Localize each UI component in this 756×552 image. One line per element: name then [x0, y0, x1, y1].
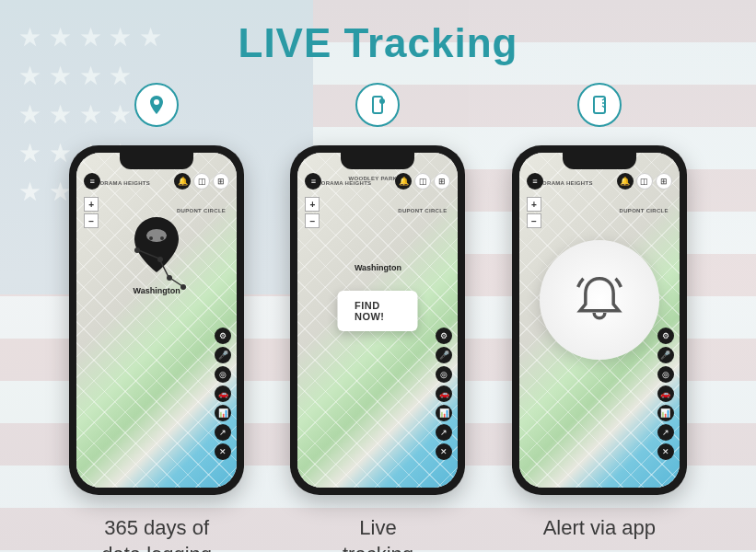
close-icon[interactable]: ✕ — [215, 443, 231, 460]
zoom-out-button[interactable]: − — [305, 213, 320, 228]
mic-icon[interactable]: 🎤 — [215, 347, 231, 363]
route-icon — [134, 83, 179, 127]
route-path — [127, 245, 192, 291]
close-icon[interactable]: ✕ — [657, 443, 674, 460]
zoom-in-button[interactable]: + — [527, 197, 541, 212]
menu-icon[interactable]: ≡ — [527, 173, 543, 190]
feature-alert: KALORAMA HEIGHTS DUPONT CIRCLE ≡ 🔔 ◫ ⊞ +… — [498, 83, 701, 552]
target-icon[interactable]: ◎ — [657, 366, 674, 383]
device-icon — [355, 83, 400, 127]
area-label: DUPONT CIRCLE — [177, 208, 226, 213]
route-control-icon[interactable]: ↗ — [215, 424, 231, 441]
city-label: Washington — [355, 263, 401, 272]
car-icon[interactable]: 🚗 — [436, 385, 452, 402]
phone-screen: KALORAMA HEIGHTS DUPONT CIRCLE Washingto… — [76, 153, 237, 488]
car-icon[interactable]: 🚗 — [215, 385, 231, 402]
zoom-in-button[interactable]: + — [84, 197, 99, 212]
zoom-in-button[interactable]: + — [305, 197, 320, 212]
phone-notch — [341, 153, 414, 169]
filter-icon[interactable]: ⊞ — [213, 173, 229, 190]
chart-icon[interactable]: 📊 — [215, 405, 231, 421]
zoom-out-button[interactable]: − — [527, 213, 541, 228]
map-background: KALORAMA HEIGHTS DUPONT CIRCLE Washingto… — [76, 153, 237, 488]
main-title: LIVE Tracking — [0, 20, 756, 66]
phone-mockup-1: KALORAMA HEIGHTS DUPONT CIRCLE Washingto… — [69, 145, 244, 495]
zoom-controls: + − — [84, 197, 99, 228]
area-label: DUPONT CIRCLE — [620, 208, 669, 213]
layers-icon[interactable]: ◫ — [414, 173, 431, 190]
chart-icon[interactable]: 📊 — [436, 405, 452, 421]
mic-icon[interactable]: 🎤 — [436, 347, 452, 363]
map-top-controls: ≡ 🔔 ◫ ⊞ — [527, 173, 672, 190]
target-icon[interactable]: ◎ — [436, 366, 452, 383]
svg-point-0 — [146, 229, 167, 242]
layers-icon[interactable]: ◫ — [636, 173, 653, 190]
bell-alert-icon — [540, 240, 659, 360]
settings-icon[interactable]: ⚙ — [436, 328, 452, 344]
settings-icon[interactable]: ⚙ — [215, 328, 231, 344]
menu-icon[interactable]: ≡ — [305, 173, 321, 190]
svg-point-4 — [379, 98, 385, 104]
feature-data-logging: KALORAMA HEIGHTS DUPONT CIRCLE Washingto… — [55, 83, 258, 552]
map-side-controls: ⚙ 🎤 ◎ 🚗 📊 ↗ ✕ — [215, 328, 231, 460]
map-top-controls: ≡ 🔔 ◫ ⊞ — [305, 173, 450, 190]
settings-icon[interactable]: ⚙ — [657, 328, 674, 344]
phone-notch — [563, 153, 636, 169]
svg-point-2 — [160, 236, 164, 240]
zoom-out-button[interactable]: − — [84, 213, 99, 228]
map-side-controls: ⚙ 🎤 ◎ 🚗 📊 ↗ ✕ — [436, 328, 452, 460]
route-control-icon[interactable]: ↗ — [657, 424, 674, 441]
route-control-icon[interactable]: ↗ — [436, 424, 452, 441]
notification-icon[interactable]: 🔔 — [617, 173, 634, 190]
zoom-controls: + − — [305, 197, 320, 228]
filter-icon[interactable]: ⊞ — [434, 173, 450, 190]
feature-live-tracking: KALORAMA HEIGHTS WOODLEY PARK DUPONT CIR… — [276, 83, 479, 552]
menu-icon[interactable]: ≡ — [84, 173, 100, 190]
mic-icon[interactable]: 🎤 — [657, 347, 674, 363]
feature-caption: 365 days ofdata logging — [101, 515, 212, 552]
phone-mockup-3: KALORAMA HEIGHTS DUPONT CIRCLE ≡ 🔔 ◫ ⊞ +… — [512, 145, 687, 495]
close-icon[interactable]: ✕ — [436, 443, 452, 460]
map-side-controls: ⚙ 🎤 ◎ 🚗 📊 ↗ ✕ — [657, 328, 674, 460]
feature-caption: Livetracking — [343, 515, 413, 552]
map-top-controls: ≡ 🔔 ◫ ⊞ — [84, 173, 229, 190]
phone-mockup-2: KALORAMA HEIGHTS WOODLEY PARK DUPONT CIR… — [290, 145, 465, 495]
filter-icon[interactable]: ⊞ — [656, 173, 672, 190]
layers-icon[interactable]: ◫ — [193, 173, 210, 190]
zoom-controls: + − — [527, 197, 541, 228]
notification-icon[interactable]: 🔔 — [395, 173, 412, 190]
phone-screen: KALORAMA HEIGHTS DUPONT CIRCLE ≡ 🔔 ◫ ⊞ +… — [519, 153, 680, 488]
svg-point-1 — [149, 236, 153, 240]
phone-screen: KALORAMA HEIGHTS WOODLEY PARK DUPONT CIR… — [297, 153, 458, 488]
phone-alert-icon — [577, 83, 622, 127]
chart-icon[interactable]: 📊 — [657, 405, 674, 421]
phone-notch — [120, 153, 193, 169]
car-icon[interactable]: 🚗 — [657, 385, 674, 402]
target-icon[interactable]: ◎ — [215, 366, 231, 383]
features-row: KALORAMA HEIGHTS DUPONT CIRCLE Washingto… — [0, 83, 756, 552]
area-label: DUPONT CIRCLE — [398, 208, 447, 213]
notification-icon[interactable]: 🔔 — [174, 173, 191, 190]
find-now-button[interactable]: FIND NOW! — [338, 291, 418, 331]
feature-caption: Alert via app — [543, 515, 656, 542]
